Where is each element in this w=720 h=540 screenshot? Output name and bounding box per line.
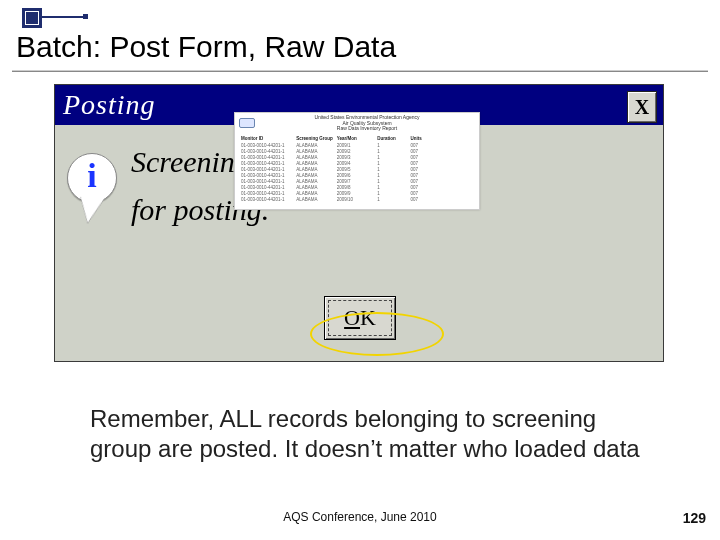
table-cell: 2009/2: [337, 149, 374, 154]
table-row: 01-003-0010-44201-1ALABAMA2009/11007: [241, 143, 473, 148]
col-yearmon: Year/Mon: [337, 136, 374, 141]
info-glyph: i: [87, 157, 96, 195]
reminder-note: Remember, ALL records belonging to scree…: [90, 404, 650, 464]
table-cell: [444, 179, 473, 184]
table-row: 01-003-0010-44201-1ALABAMA2009/51007: [241, 167, 473, 172]
table-cell: 2009/6: [337, 173, 374, 178]
col-monitor: Monitor ID: [241, 136, 292, 141]
table-cell: 007: [411, 191, 440, 196]
col-duration: Duration: [377, 136, 406, 141]
close-icon: X: [635, 96, 649, 119]
table-cell: ALABAMA: [296, 167, 333, 172]
slide: Batch: Post Form, Raw Data Posting X i S…: [0, 0, 720, 540]
table-cell: 007: [411, 143, 440, 148]
table-row: 01-003-0010-44201-1ALABAMA2009/101007: [241, 197, 473, 202]
report-table: Monitor ID Screening Group Year/Mon Dura…: [235, 136, 479, 202]
table-cell: [444, 173, 473, 178]
col-blank: [444, 136, 473, 141]
bullet-box-icon: [22, 8, 42, 28]
table-cell: 01-003-0010-44201-1: [241, 161, 292, 166]
report-thumbnail: United States Environmental Protection A…: [234, 112, 480, 210]
table-cell: ALABAMA: [296, 173, 333, 178]
table-cell: 01-003-0010-44201-1: [241, 167, 292, 172]
table-cell: 2009/1: [337, 143, 374, 148]
dialog-title: Posting: [63, 89, 156, 121]
footer-center: AQS Conference, June 2010: [0, 510, 720, 524]
table-cell: 1: [377, 149, 406, 154]
table-cell: [444, 155, 473, 160]
table-cell: ALABAMA: [296, 179, 333, 184]
table-cell: 01-003-0010-44201-1: [241, 149, 292, 154]
table-cell: 2009/5: [337, 167, 374, 172]
table-cell: 01-003-0010-44201-1: [241, 191, 292, 196]
table-cell: 1: [377, 191, 406, 196]
table-cell: ALABAMA: [296, 161, 333, 166]
table-cell: 007: [411, 173, 440, 178]
table-cell: 1: [377, 161, 406, 166]
epa-logo-icon: [239, 118, 255, 128]
table-cell: 007: [411, 185, 440, 190]
table-cell: 2009/9: [337, 191, 374, 196]
table-cell: 1: [377, 155, 406, 160]
table-cell: [444, 191, 473, 196]
table-cell: ALABAMA: [296, 185, 333, 190]
table-cell: 1: [377, 173, 406, 178]
report-header: United States Environmental Protection A…: [235, 113, 479, 134]
table-cell: [444, 149, 473, 154]
close-button[interactable]: X: [627, 91, 657, 123]
table-cell: 007: [411, 149, 440, 154]
info-icon: i: [67, 153, 117, 203]
ok-mnemonic: O: [344, 305, 360, 331]
table-cell: 1: [377, 167, 406, 172]
table-cell: 01-003-0010-44201-1: [241, 185, 292, 190]
table-cell: [444, 185, 473, 190]
table-cell: 007: [411, 197, 440, 202]
table-cell: ALABAMA: [296, 149, 333, 154]
col-units: Units: [411, 136, 440, 141]
table-row: 01-003-0010-44201-1ALABAMA2009/41007: [241, 161, 473, 166]
table-cell: 2009/8: [337, 185, 374, 190]
table-row: 01-003-0010-44201-1ALABAMA2009/31007: [241, 155, 473, 160]
table-cell: 01-003-0010-44201-1: [241, 179, 292, 184]
table-row: 01-003-0010-44201-1ALABAMA2009/71007: [241, 179, 473, 184]
table-cell: [444, 143, 473, 148]
report-titles: United States Environmental Protection A…: [259, 115, 475, 132]
bullet-line: [42, 16, 84, 18]
table-cell: 1: [377, 197, 406, 202]
table-row: 01-003-0010-44201-1ALABAMA2009/91007: [241, 191, 473, 196]
table-row: 01-003-0010-44201-1ALABAMA2009/61007: [241, 173, 473, 178]
speech-tail-icon: [78, 196, 105, 224]
table-row: 01-003-0010-44201-1ALABAMA2009/81007: [241, 185, 473, 190]
table-cell: 007: [411, 161, 440, 166]
ok-button-inner: OK: [328, 300, 392, 336]
table-cell: 1: [377, 185, 406, 190]
table-cell: 007: [411, 167, 440, 172]
table-cell: [444, 197, 473, 202]
bullet-mini: [83, 14, 88, 19]
table-cell: ALABAMA: [296, 197, 333, 202]
page-title: Batch: Post Form, Raw Data: [16, 30, 396, 64]
table-cell: 01-003-0010-44201-1: [241, 173, 292, 178]
table-cell: 01-003-0010-44201-1: [241, 197, 292, 202]
table-cell: ALABAMA: [296, 143, 333, 148]
title-divider: [12, 70, 708, 72]
table-cell: 2009/3: [337, 155, 374, 160]
col-group: Screening Group: [296, 136, 333, 141]
report-name: Raw Data Inventory Report: [259, 126, 475, 132]
table-cell: ALABAMA: [296, 191, 333, 196]
ok-rest: K: [360, 305, 376, 331]
table-cell: 1: [377, 143, 406, 148]
table-cell: 007: [411, 155, 440, 160]
table-cell: [444, 161, 473, 166]
table-cell: 2009/7: [337, 179, 374, 184]
table-cell: 1: [377, 179, 406, 184]
table-cell: 01-003-0010-44201-1: [241, 155, 292, 160]
report-col-head: Monitor ID Screening Group Year/Mon Dura…: [241, 136, 473, 141]
table-row: 01-003-0010-44201-1ALABAMA2009/21007: [241, 149, 473, 154]
table-cell: 2009/4: [337, 161, 374, 166]
ok-button[interactable]: OK: [324, 296, 396, 340]
footer-page-number: 129: [683, 510, 706, 526]
table-cell: 007: [411, 179, 440, 184]
table-cell: 2009/10: [337, 197, 374, 202]
table-cell: 01-003-0010-44201-1: [241, 143, 292, 148]
